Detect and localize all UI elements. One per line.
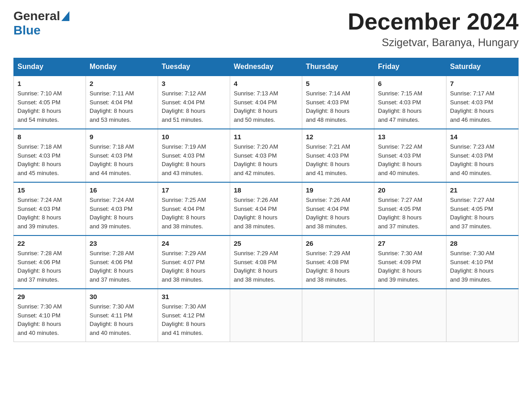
calendar-cell: 15 Sunrise: 7:24 AM Sunset: 4:03 PM Dayl… <box>14 182 86 235</box>
column-header-thursday: Thursday <box>302 58 374 76</box>
title-area: December 2024 Szigetvar, Baranya, Hungar… <box>348 9 519 49</box>
column-header-friday: Friday <box>374 58 446 76</box>
logo-text: General <box>13 9 70 23</box>
header-row: SundayMondayTuesdayWednesdayThursdayFrid… <box>14 58 519 76</box>
calendar-cell <box>374 289 446 342</box>
calendar-cell: 25 Sunrise: 7:29 AM Sunset: 4:08 PM Dayl… <box>230 235 302 289</box>
calendar-cell: 3 Sunrise: 7:12 AM Sunset: 4:04 PM Dayli… <box>158 76 230 129</box>
day-number: 4 <box>234 80 298 87</box>
logo-general: General <box>13 9 60 23</box>
calendar-cell: 13 Sunrise: 7:22 AM Sunset: 4:03 PM Dayl… <box>374 129 446 182</box>
calendar-cell <box>302 289 374 342</box>
day-number: 8 <box>17 133 82 141</box>
calendar-cell: 27 Sunrise: 7:30 AM Sunset: 4:09 PM Dayl… <box>374 235 446 289</box>
day-number: 15 <box>17 186 82 194</box>
calendar-cell: 10 Sunrise: 7:19 AM Sunset: 4:03 PM Dayl… <box>158 129 230 182</box>
day-number: 11 <box>234 133 298 141</box>
day-info: Sunrise: 7:27 AM Sunset: 4:05 PM Dayligh… <box>450 196 515 231</box>
day-info: Sunrise: 7:29 AM Sunset: 4:07 PM Dayligh… <box>162 249 226 284</box>
day-info: Sunrise: 7:30 AM Sunset: 4:10 PM Dayligh… <box>450 249 515 284</box>
logo: General Blue <box>13 9 70 38</box>
day-number: 31 <box>162 293 226 300</box>
day-number: 21 <box>450 186 515 194</box>
day-number: 10 <box>162 133 226 141</box>
calendar-cell: 1 Sunrise: 7:10 AM Sunset: 4:05 PM Dayli… <box>14 76 86 129</box>
day-info: Sunrise: 7:30 AM Sunset: 4:12 PM Dayligh… <box>162 302 226 337</box>
column-header-saturday: Saturday <box>446 58 519 76</box>
day-info: Sunrise: 7:21 AM Sunset: 4:03 PM Dayligh… <box>306 142 370 177</box>
day-info: Sunrise: 7:17 AM Sunset: 4:03 PM Dayligh… <box>450 89 515 124</box>
day-number: 22 <box>17 240 82 247</box>
day-number: 6 <box>378 80 442 87</box>
day-info: Sunrise: 7:30 AM Sunset: 4:11 PM Dayligh… <box>90 302 154 337</box>
calendar-cell: 23 Sunrise: 7:28 AM Sunset: 4:06 PM Dayl… <box>86 235 158 289</box>
calendar-cell: 29 Sunrise: 7:30 AM Sunset: 4:10 PM Dayl… <box>14 289 86 342</box>
calendar-cell: 16 Sunrise: 7:24 AM Sunset: 4:03 PM Dayl… <box>86 182 158 235</box>
day-info: Sunrise: 7:27 AM Sunset: 4:05 PM Dayligh… <box>378 196 442 231</box>
day-info: Sunrise: 7:18 AM Sunset: 4:03 PM Dayligh… <box>90 142 154 177</box>
week-row-4: 22 Sunrise: 7:28 AM Sunset: 4:06 PM Dayl… <box>14 235 519 289</box>
day-info: Sunrise: 7:25 AM Sunset: 4:04 PM Dayligh… <box>162 196 226 231</box>
day-info: Sunrise: 7:23 AM Sunset: 4:03 PM Dayligh… <box>450 142 515 177</box>
day-number: 30 <box>90 293 154 300</box>
calendar-cell: 19 Sunrise: 7:26 AM Sunset: 4:04 PM Dayl… <box>302 182 374 235</box>
day-info: Sunrise: 7:18 AM Sunset: 4:03 PM Dayligh… <box>17 142 82 177</box>
day-info: Sunrise: 7:14 AM Sunset: 4:03 PM Dayligh… <box>306 89 370 124</box>
day-number: 23 <box>90 240 154 247</box>
day-info: Sunrise: 7:24 AM Sunset: 4:03 PM Dayligh… <box>90 196 154 231</box>
day-number: 24 <box>162 240 226 247</box>
day-info: Sunrise: 7:13 AM Sunset: 4:04 PM Dayligh… <box>234 89 298 124</box>
week-row-2: 8 Sunrise: 7:18 AM Sunset: 4:03 PM Dayli… <box>14 129 519 182</box>
calendar-cell: 31 Sunrise: 7:30 AM Sunset: 4:12 PM Dayl… <box>158 289 230 342</box>
logo-blue: Blue <box>13 23 41 37</box>
day-info: Sunrise: 7:26 AM Sunset: 4:04 PM Dayligh… <box>306 196 370 231</box>
day-number: 26 <box>306 240 370 247</box>
calendar-body: 1 Sunrise: 7:10 AM Sunset: 4:05 PM Dayli… <box>14 76 519 342</box>
calendar-cell: 9 Sunrise: 7:18 AM Sunset: 4:03 PM Dayli… <box>86 129 158 182</box>
calendar-cell: 8 Sunrise: 7:18 AM Sunset: 4:03 PM Dayli… <box>14 129 86 182</box>
day-info: Sunrise: 7:12 AM Sunset: 4:04 PM Dayligh… <box>162 89 226 124</box>
calendar-header: SundayMondayTuesdayWednesdayThursdayFrid… <box>14 58 519 76</box>
column-header-tuesday: Tuesday <box>158 58 230 76</box>
calendar-cell: 14 Sunrise: 7:23 AM Sunset: 4:03 PM Dayl… <box>446 129 519 182</box>
calendar-cell: 12 Sunrise: 7:21 AM Sunset: 4:03 PM Dayl… <box>302 129 374 182</box>
day-number: 7 <box>450 80 515 87</box>
day-number: 17 <box>162 186 226 194</box>
column-header-monday: Monday <box>86 58 158 76</box>
month-title: December 2024 <box>348 9 519 34</box>
day-number: 12 <box>306 133 370 141</box>
day-number: 1 <box>17 80 82 87</box>
day-number: 3 <box>162 80 226 87</box>
calendar-cell: 7 Sunrise: 7:17 AM Sunset: 4:03 PM Dayli… <box>446 76 519 129</box>
day-info: Sunrise: 7:20 AM Sunset: 4:03 PM Dayligh… <box>234 142 298 177</box>
calendar-cell: 17 Sunrise: 7:25 AM Sunset: 4:04 PM Dayl… <box>158 182 230 235</box>
column-header-wednesday: Wednesday <box>230 58 302 76</box>
calendar-cell: 30 Sunrise: 7:30 AM Sunset: 4:11 PM Dayl… <box>86 289 158 342</box>
day-number: 9 <box>90 133 154 141</box>
day-number: 25 <box>234 240 298 247</box>
day-info: Sunrise: 7:28 AM Sunset: 4:06 PM Dayligh… <box>90 249 154 284</box>
calendar-cell: 6 Sunrise: 7:15 AM Sunset: 4:03 PM Dayli… <box>374 76 446 129</box>
calendar-cell: 5 Sunrise: 7:14 AM Sunset: 4:03 PM Dayli… <box>302 76 374 129</box>
location: Szigetvar, Baranya, Hungary <box>348 36 519 49</box>
calendar-cell: 18 Sunrise: 7:26 AM Sunset: 4:04 PM Dayl… <box>230 182 302 235</box>
day-number: 16 <box>90 186 154 194</box>
calendar-cell: 21 Sunrise: 7:27 AM Sunset: 4:05 PM Dayl… <box>446 182 519 235</box>
day-number: 29 <box>17 293 82 300</box>
day-number: 13 <box>378 133 442 141</box>
calendar-cell: 26 Sunrise: 7:29 AM Sunset: 4:08 PM Dayl… <box>302 235 374 289</box>
calendar-cell: 2 Sunrise: 7:11 AM Sunset: 4:04 PM Dayli… <box>86 76 158 129</box>
day-number: 5 <box>306 80 370 87</box>
svg-marker-0 <box>61 11 69 21</box>
day-info: Sunrise: 7:24 AM Sunset: 4:03 PM Dayligh… <box>17 196 82 231</box>
day-number: 2 <box>90 80 154 87</box>
day-info: Sunrise: 7:22 AM Sunset: 4:03 PM Dayligh… <box>378 142 442 177</box>
day-info: Sunrise: 7:10 AM Sunset: 4:05 PM Dayligh… <box>17 89 82 124</box>
day-info: Sunrise: 7:11 AM Sunset: 4:04 PM Dayligh… <box>90 89 154 124</box>
calendar-cell <box>446 289 519 342</box>
week-row-1: 1 Sunrise: 7:10 AM Sunset: 4:05 PM Dayli… <box>14 76 519 129</box>
day-info: Sunrise: 7:29 AM Sunset: 4:08 PM Dayligh… <box>234 249 298 284</box>
calendar-cell <box>230 289 302 342</box>
day-info: Sunrise: 7:15 AM Sunset: 4:03 PM Dayligh… <box>378 89 442 124</box>
day-number: 14 <box>450 133 515 141</box>
